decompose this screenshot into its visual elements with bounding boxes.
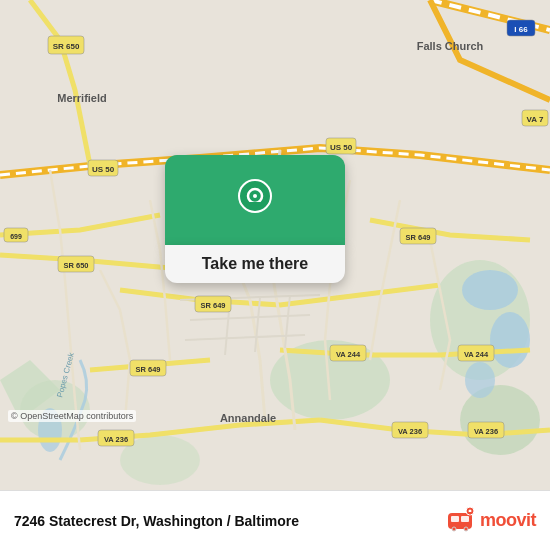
- svg-point-8: [490, 312, 530, 368]
- svg-text:SR 649: SR 649: [200, 301, 225, 310]
- moovit-wordmark: moovit: [480, 510, 536, 531]
- location-pin-icon: [233, 178, 277, 222]
- svg-text:US 50: US 50: [330, 143, 353, 152]
- svg-text:VA 244: VA 244: [464, 350, 489, 359]
- svg-text:VA 236: VA 236: [104, 435, 128, 444]
- svg-point-53: [452, 527, 456, 531]
- address-text: 7246 Statecrest Dr, Washington / Baltimo…: [14, 513, 299, 529]
- svg-text:VA 7: VA 7: [527, 115, 544, 124]
- svg-text:US 50: US 50: [92, 165, 115, 174]
- address-section: 7246 Statecrest Dr, Washington / Baltimo…: [14, 513, 299, 529]
- svg-text:SR 650: SR 650: [53, 42, 80, 51]
- svg-text:SR 650: SR 650: [63, 261, 88, 270]
- svg-point-54: [464, 527, 468, 531]
- svg-text:SR 649: SR 649: [405, 233, 430, 242]
- bottom-bar: 7246 Statecrest Dr, Washington / Baltimo…: [0, 490, 550, 550]
- map-pin-area: [165, 155, 345, 245]
- svg-text:Annandale: Annandale: [220, 412, 276, 424]
- svg-rect-51: [451, 516, 459, 522]
- svg-text:699: 699: [10, 233, 22, 240]
- svg-point-47: [253, 194, 257, 198]
- svg-rect-52: [461, 516, 469, 522]
- svg-text:SR 649: SR 649: [135, 365, 160, 374]
- svg-point-3: [460, 385, 540, 455]
- action-button-container: Take me there: [165, 155, 345, 283]
- svg-point-9: [465, 362, 495, 398]
- svg-text:Falls Church: Falls Church: [417, 40, 484, 52]
- svg-point-7: [462, 270, 518, 310]
- copyright-text: © OpenStreetMap contributors: [8, 410, 136, 422]
- svg-text:VA 244: VA 244: [336, 350, 361, 359]
- svg-text:Merrifield: Merrifield: [57, 92, 107, 104]
- moovit-icon-svg: [444, 505, 476, 537]
- svg-text:VA 236: VA 236: [474, 427, 498, 436]
- map-container: SR 650 I 66 VA 7 US 50 US 50 699 SR 650 …: [0, 0, 550, 490]
- svg-text:VA 236: VA 236: [398, 427, 422, 436]
- svg-text:I 66: I 66: [514, 25, 528, 34]
- moovit-logo: moovit: [444, 505, 536, 537]
- take-me-there-button[interactable]: Take me there: [165, 245, 345, 283]
